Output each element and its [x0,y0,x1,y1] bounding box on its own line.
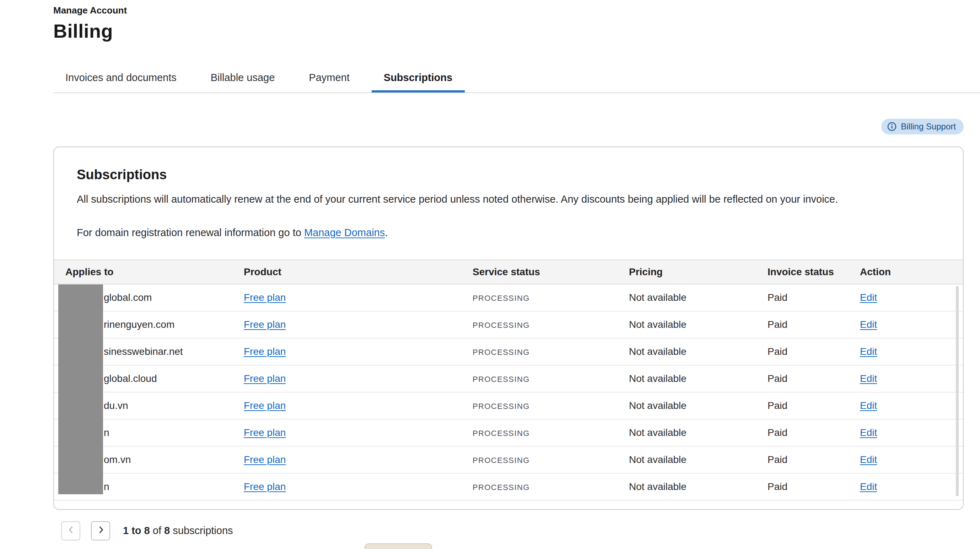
edit-link[interactable]: Edit [860,481,877,492]
billing-page: Manage Account Billing Invoices and docu… [0,0,980,549]
cell-free-plan-link: Free plan [232,419,461,446]
cell-service-status-text: PROCESSING [461,338,617,365]
cell-pricing-text: Not available [617,392,756,419]
table-header-row: Applies toProductService statusPricingIn… [54,260,963,284]
cell-service-status-text: PROCESSING [461,473,617,500]
service-status-text: PROCESSING [473,294,530,302]
note-suffix: . [385,227,388,238]
cell-edit-link: Edit [848,446,963,473]
info-icon [886,121,897,132]
cell-service-status-text: PROCESSING [461,392,617,419]
cell-invoice-status-text: Paid [756,311,848,338]
subscriptions-table-wrap: Applies toProductService statusPricingIn… [54,259,963,500]
chevron-right-icon [95,525,105,536]
table-row: sinesswebinar.netFree planPROCESSINGNot … [54,338,963,365]
edit-link[interactable]: Edit [860,373,877,384]
cell-pricing-text: Not available [617,473,756,500]
free-plan-link[interactable]: Free plan [244,400,286,411]
free-plan-link[interactable]: Free plan [244,427,286,438]
cell-service-status-text: PROCESSING [461,419,617,446]
table-row: nFree planPROCESSINGNot availablePaidEdi… [54,473,963,500]
free-plan-link[interactable]: Free plan [244,346,286,357]
cell-invoice-status-text: Paid [756,365,848,392]
note-prefix: For domain registration renewal informat… [77,227,304,238]
service-status-text: PROCESSING [473,321,530,329]
cell-service-status-text: PROCESSING [461,365,617,392]
cell-free-plan-link: Free plan [232,338,461,365]
billing-support-label: Billing Support [901,122,956,131]
free-plan-link[interactable]: Free plan [244,292,286,303]
pagination: 1 to 8 of 8 subscriptions [61,521,964,540]
cell-edit-link: Edit [848,365,963,392]
tab-subscriptions[interactable]: Subscriptions [372,65,465,93]
invoice-status-text: Paid [767,400,788,411]
edit-link[interactable]: Edit [860,346,877,357]
domain-text: du.vn [104,400,128,411]
previous-page-button[interactable] [61,521,80,540]
service-status-text: PROCESSING [473,402,530,410]
support-row: Billing Support [53,119,964,134]
cell-edit-link: Edit [848,473,963,500]
invoice-status-text: Paid [767,481,788,492]
cell-invoice-status-text: Paid [756,419,848,446]
table-row: global.cloudFree planPROCESSINGNot avail… [54,365,963,392]
service-status-text: PROCESSING [473,456,530,464]
cell-free-plan-link: Free plan [232,284,461,311]
cell-invoice-status-text: Paid [756,338,848,365]
domain-text: n [104,427,110,438]
edit-link[interactable]: Edit [860,454,877,465]
invoice-status-text: Paid [767,319,788,330]
cell-pricing-text: Not available [617,338,756,365]
table-scrollbar[interactable] [956,286,959,496]
pricing-text: Not available [629,481,687,492]
breadcrumb: Manage Account [53,0,964,16]
cell-edit-link: Edit [848,419,963,446]
cell-free-plan-link: Free plan [232,392,461,419]
subscriptions-table: Applies toProductService statusPricingIn… [54,259,963,500]
cell-service-status-text: PROCESSING [461,284,617,311]
pricing-text: Not available [629,427,687,438]
tab-payment[interactable]: Payment [297,65,361,93]
chevron-left-icon [66,525,76,536]
tab-billable-usage[interactable]: Billable usage [199,65,287,93]
domain-renewal-note: For domain registration renewal informat… [77,227,940,238]
billing-support-button[interactable]: Billing Support [881,119,964,134]
table-row: nFree planPROCESSINGNot availablePaidEdi… [54,419,963,446]
service-status-text: PROCESSING [473,348,530,356]
service-status-text: PROCESSING [473,429,530,437]
table-row: global.comFree planPROCESSINGNot availab… [54,284,963,311]
edit-link[interactable]: Edit [860,319,877,330]
column-header-applies-to: Applies to [54,260,232,284]
pricing-text: Not available [629,454,687,465]
domain-text: n [104,481,110,492]
edit-link[interactable]: Edit [860,292,877,303]
page-title: Billing [53,21,964,43]
table-row: om.vnFree planPROCESSINGNot availablePai… [54,446,963,473]
panel-title: Subscriptions [77,167,940,183]
edit-link[interactable]: Edit [860,427,877,438]
cell-edit-link: Edit [848,311,963,338]
cell-invoice-status-text: Paid [756,392,848,419]
pricing-text: Not available [629,319,687,330]
column-header-service-status: Service status [461,260,617,284]
manage-domains-link[interactable]: Manage Domains [304,227,385,238]
free-plan-link[interactable]: Free plan [244,373,286,384]
partial-bottom-button[interactable] [364,543,432,549]
pricing-text: Not available [629,400,687,411]
free-plan-link[interactable]: Free plan [244,454,286,465]
table-row: du.vnFree planPROCESSINGNot availablePai… [54,392,963,419]
domain-text: rinenguyen.com [104,319,175,330]
invoice-status-text: Paid [767,346,788,357]
invoice-status-text: Paid [767,454,788,465]
cell-service-status-text: PROCESSING [461,311,617,338]
edit-link[interactable]: Edit [860,400,877,411]
free-plan-link[interactable]: Free plan [244,319,286,330]
pagination-range: 1 to 8 [123,525,150,536]
tab-invoices-and-documents[interactable]: Invoices and documents [53,65,189,93]
cell-pricing-text: Not available [617,365,756,392]
cell-pricing-text: Not available [617,311,756,338]
free-plan-link[interactable]: Free plan [244,481,286,492]
cell-pricing-text: Not available [617,419,756,446]
column-header-product: Product [232,260,461,284]
next-page-button[interactable] [91,521,110,540]
